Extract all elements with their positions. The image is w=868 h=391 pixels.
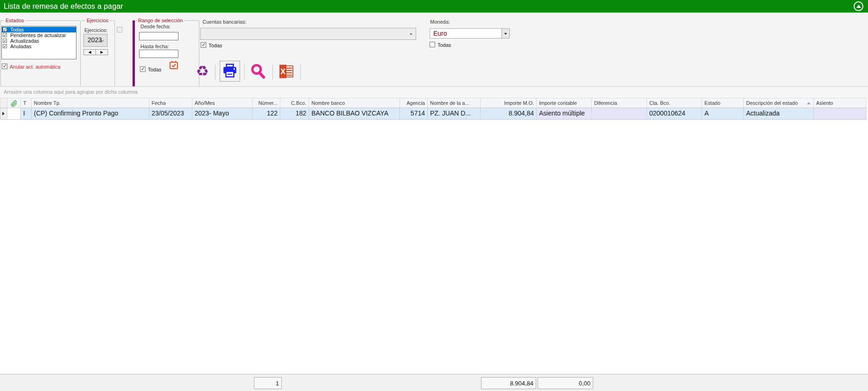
cell-cta-bco[interactable]: 0200010624 bbox=[647, 108, 702, 120]
moneda-dropdown-button[interactable] bbox=[501, 28, 510, 38]
cell-nombre-banco[interactable]: BANCO BILBAO VIZCAYA bbox=[309, 108, 400, 120]
current-row-marker bbox=[2, 112, 5, 115]
column-header-estado[interactable]: Estado bbox=[702, 98, 744, 108]
hasta-fecha-input[interactable] bbox=[139, 50, 178, 58]
estado-option-anuladas[interactable]: Anuladas bbox=[2, 44, 76, 49]
cell-nombre-tp[interactable]: (CP) Confirming Pronto Pago bbox=[32, 108, 149, 120]
estado-option-pendientes-de-actualizar[interactable]: Pendientes de actualizar bbox=[2, 32, 76, 38]
cell-nombre-de-la-a[interactable]: PZ. JUAN D... bbox=[428, 108, 481, 120]
column-header-numer[interactable]: Númer... bbox=[253, 98, 280, 108]
estado-option-actualizadas[interactable]: Actualizadas bbox=[2, 38, 76, 44]
svg-text:X: X bbox=[280, 68, 285, 76]
importe-total-box: 8.904,84 bbox=[481, 377, 536, 389]
column-header-label: Nombre banco bbox=[311, 100, 345, 106]
rango-group-label: Rango de selección bbox=[137, 18, 184, 23]
column-header-label: T bbox=[23, 100, 26, 106]
ejercicios-select[interactable]: 2023 bbox=[83, 34, 108, 47]
search-button[interactable] bbox=[250, 63, 266, 82]
grid-data-row[interactable]: I(CP) Confirming Pronto Pago23/05/202320… bbox=[0, 108, 867, 120]
update-button[interactable]: ♻ bbox=[192, 62, 213, 81]
estados-group-label: Estados bbox=[4, 18, 25, 23]
column-header-c-bco[interactable]: C.Bco. bbox=[280, 98, 309, 108]
search-icon bbox=[250, 63, 266, 80]
estado-option-checkbox[interactable] bbox=[3, 33, 7, 37]
calendar-check-icon[interactable] bbox=[169, 60, 178, 70]
column-header-label: Diferencia bbox=[594, 100, 617, 106]
cell-descripcion-del-estado[interactable]: Actualizada bbox=[744, 108, 814, 120]
estado-option-checkbox[interactable] bbox=[3, 38, 7, 43]
paperclip-icon bbox=[11, 100, 18, 108]
estado-option-label: Todas bbox=[10, 27, 24, 32]
moneda-combobox[interactable]: Euro bbox=[430, 28, 502, 38]
column-header-asiento[interactable]: Asiento bbox=[814, 98, 867, 108]
toolbar-separator bbox=[244, 64, 245, 80]
column-header-diferencia[interactable]: Diferencia bbox=[592, 98, 647, 108]
column-header-descripcion-del-estado[interactable]: Descripción del estado bbox=[744, 98, 814, 108]
rango-accent-bar bbox=[133, 20, 135, 86]
group-by-bar[interactable]: Arrastre una columna aquí para agrupar p… bbox=[0, 87, 868, 98]
cell-estado[interactable]: A bbox=[702, 108, 744, 120]
column-header-nombre-banco[interactable]: Nombre banco bbox=[309, 98, 400, 108]
desde-fecha-input[interactable] bbox=[139, 32, 178, 40]
anular-checkbox[interactable] bbox=[2, 64, 7, 69]
column-header-importe-m-o[interactable]: Importe M.O. bbox=[481, 98, 537, 108]
record-count-box: 1 bbox=[254, 377, 282, 389]
column-header-nombre-tp[interactable]: Nombre Tp. bbox=[32, 98, 149, 108]
filter-panel: Estados TodasPendientes de actualizarAct… bbox=[0, 13, 868, 87]
cell-asiento[interactable] bbox=[814, 108, 867, 120]
cell-importe-contable[interactable]: Asiento múltiple bbox=[537, 108, 592, 120]
column-header-importe-contable[interactable]: Importe contable bbox=[537, 98, 592, 108]
column-header-agencia[interactable]: Agencia bbox=[400, 98, 428, 108]
column-header-label: C.Bco. bbox=[291, 100, 306, 106]
toolbar-separator bbox=[215, 64, 215, 80]
printer-icon bbox=[222, 63, 238, 79]
cell-t[interactable]: I bbox=[21, 108, 32, 120]
spin-right-button[interactable]: ▶ bbox=[96, 50, 108, 55]
estado-option-todas[interactable]: Todas bbox=[2, 27, 76, 32]
cell-row-indicator[interactable] bbox=[0, 108, 7, 120]
estado-option-checkbox[interactable] bbox=[3, 44, 7, 48]
column-header-cta-bco[interactable]: Cta. Bco. bbox=[647, 98, 702, 108]
excel-icon: X bbox=[278, 64, 295, 79]
ejercicios-group-label: Ejercicios bbox=[85, 18, 110, 23]
cell-agencia[interactable]: 5714 bbox=[400, 108, 428, 120]
column-header-attachment[interactable] bbox=[7, 98, 21, 108]
hasta-fecha-label: Hasta fecha: bbox=[140, 44, 169, 49]
dropdown-arrow-icon bbox=[410, 33, 412, 35]
cell-fecha[interactable]: 23/05/2023 bbox=[149, 108, 192, 120]
cell-diferencia[interactable] bbox=[592, 108, 647, 120]
chevron-up-circle-icon[interactable] bbox=[854, 1, 863, 11]
column-header-label: Nombre de la a... bbox=[430, 100, 469, 106]
column-header-label: Cta. Bco. bbox=[649, 100, 670, 106]
estado-option-label: Pendientes de actualizar bbox=[10, 32, 66, 38]
cuentas-todas-checkbox[interactable] bbox=[201, 42, 206, 48]
rango-todas-checkbox[interactable] bbox=[140, 66, 146, 72]
cell-importe-m-o[interactable]: 8.904,84 bbox=[481, 108, 537, 120]
column-header-label: Estado bbox=[704, 100, 720, 106]
column-header-label: Año/Mes bbox=[195, 100, 215, 106]
cell-ano-mes[interactable]: 2023- Mayo bbox=[192, 108, 253, 120]
column-header-row-indicator bbox=[0, 98, 7, 108]
toolbar-separator bbox=[300, 64, 301, 80]
estado-option-checkbox[interactable] bbox=[3, 27, 7, 32]
ejercicios-spinner: ◀ ▶ bbox=[83, 49, 108, 55]
cuentas-todas-label: Todas bbox=[209, 43, 222, 48]
cuentas-bancarias-label: Cuentas bancarias: bbox=[203, 19, 247, 25]
column-header-ano-mes[interactable]: Año/Mes bbox=[192, 98, 253, 108]
column-header-nombre-de-la-a[interactable]: Nombre de la a... bbox=[428, 98, 481, 108]
column-header-label: Númer... bbox=[258, 100, 278, 106]
cell-numer[interactable]: 122 bbox=[253, 108, 280, 120]
cuentas-bancarias-combobox[interactable] bbox=[200, 28, 416, 40]
export-excel-button[interactable]: X bbox=[278, 64, 295, 81]
cell-c-bco[interactable]: 182 bbox=[280, 108, 309, 120]
column-header-label: Agencia bbox=[406, 100, 425, 106]
summary-footer: 1 8.904,84 0,00 bbox=[0, 374, 868, 391]
cell-attachment[interactable] bbox=[7, 108, 21, 120]
print-button[interactable] bbox=[220, 61, 240, 82]
column-header-t[interactable]: T bbox=[21, 98, 32, 108]
spin-left-button[interactable]: ◀ bbox=[84, 50, 96, 55]
column-header-fecha[interactable]: Fecha bbox=[149, 98, 192, 108]
moneda-todas-checkbox[interactable] bbox=[430, 42, 435, 47]
ejercicios-checkbox[interactable] bbox=[117, 27, 122, 32]
estados-listbox[interactable]: TodasPendientes de actualizarActualizada… bbox=[1, 26, 76, 59]
